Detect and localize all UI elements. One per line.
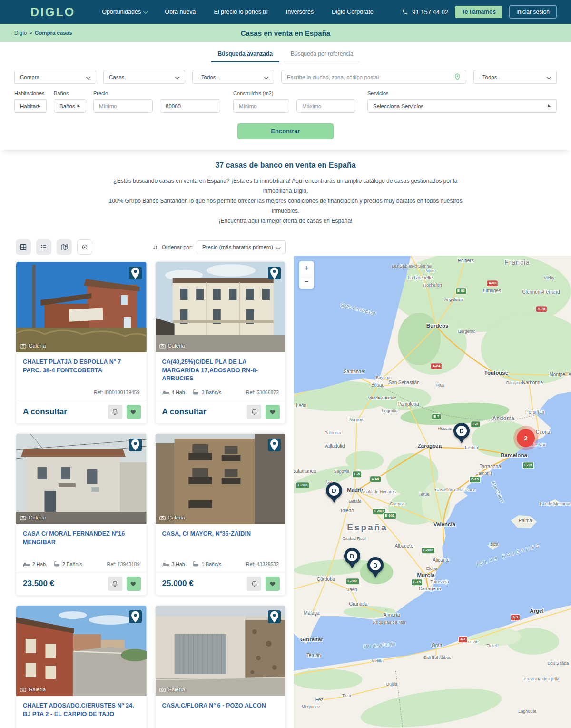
login-button[interactable]: Iniciar sesión [509, 5, 557, 19]
label-banos: Baños [54, 90, 86, 96]
property-card: Galería CHALET ADOSADO,C/ERUSTES Nº 24, … [16, 605, 147, 728]
diglo-logo[interactable]: DIGLO [30, 5, 75, 19]
favorite-button[interactable] [266, 405, 280, 419]
gallery-badge[interactable]: Galería [159, 687, 185, 692]
property-card: Galería CASA, C/ MAYOR, Nº35-ZAIDIN 3 Ha… [155, 433, 286, 596]
pin-letter: D [456, 426, 467, 436]
sort-select[interactable]: Precio (más baratos primero) [197, 240, 286, 254]
label-servicios: Servicios [367, 90, 557, 96]
zoom-out-button[interactable]: − [299, 275, 314, 289]
phone-number[interactable]: 91 157 44 02 [402, 9, 448, 16]
search-submit-button[interactable]: Encontrar [237, 123, 333, 139]
location-input[interactable] [287, 74, 454, 80]
show-on-map-button[interactable] [129, 267, 142, 279]
property-title[interactable]: CASA,C/FLORA Nº 6 - POZO ALCON [162, 702, 279, 710]
alert-button[interactable] [108, 405, 122, 419]
map-property-marker[interactable]: D [367, 557, 384, 573]
m2-min-input[interactable] [239, 103, 284, 109]
favorite-button[interactable] [127, 577, 141, 591]
nav-diglo-corporate[interactable]: Diglo Corporate [332, 9, 374, 15]
map-pin-icon [129, 439, 142, 451]
call-me-button[interactable]: Te llamamos [455, 6, 502, 18]
results-toolbar: Ordenar por: Precio (más baratos primero… [16, 239, 286, 255]
alert-button[interactable] [247, 405, 261, 419]
zone-select[interactable]: - Todos - [473, 70, 557, 84]
zoom-in-button[interactable]: + [299, 261, 314, 275]
grid-view-button[interactable] [16, 239, 31, 255]
show-on-map-button[interactable] [268, 267, 281, 279]
show-on-map-button[interactable] [268, 439, 281, 451]
bath-icon [192, 389, 199, 395]
property-photo[interactable]: Galería [16, 434, 147, 524]
results-map[interactable]: Golfo de VizcayaMar BalearISLAS BALEARES… [294, 256, 571, 728]
list-view-button[interactable] [36, 239, 51, 255]
property-photo[interactable]: Galería [156, 606, 286, 696]
pin-letter: D [370, 560, 381, 570]
map-view-button[interactable] [57, 239, 72, 255]
photo-casa-zaidin [156, 434, 286, 524]
map-property-marker[interactable]: D [453, 423, 470, 439]
property-card: Galería CA(40,25%)C/DEL PLA DE LA MARGAR… [155, 261, 286, 424]
alert-button[interactable] [108, 577, 122, 591]
map-property-marker[interactable]: D [326, 482, 342, 499]
list-icon [40, 243, 48, 251]
map-pin-icon [268, 610, 281, 623]
show-on-map-button[interactable] [129, 439, 142, 451]
locate-view-button[interactable] [77, 239, 92, 255]
property-title[interactable]: CASA, C/ MAYOR, Nº35-ZAIDIN [162, 530, 279, 539]
favorite-button[interactable] [127, 405, 141, 419]
gallery-badge[interactable]: Galería [20, 343, 46, 349]
property-type-select[interactable]: Casas [103, 70, 185, 84]
grid-icon [20, 243, 27, 251]
property-baths: 3 Baño/s [201, 389, 221, 395]
property-title[interactable]: CA(40,25%)C/DEL PLA DE LA MARGARIDA 17,A… [162, 358, 279, 383]
map-cluster-marker[interactable]: 2 [517, 429, 535, 447]
precio-max-input[interactable] [166, 103, 215, 109]
show-on-map-button[interactable] [268, 610, 281, 623]
nav-el-precio[interactable]: El precio lo pones tú [214, 9, 268, 15]
tab-busqueda-avanzada[interactable]: Búsqueda avanzada [211, 47, 279, 62]
gallery-badge[interactable]: Galería [20, 515, 46, 520]
location-input-wrap [281, 70, 466, 84]
property-title[interactable]: CHALET PLATJA D ESPOLLA Nº 7 PARC. 38-4 … [23, 358, 140, 375]
property-photo[interactable]: Galería [156, 434, 286, 524]
tab-busqueda-referencia[interactable]: Búsqueda por referencia [284, 47, 360, 62]
property-rooms: 3 Hab. [172, 561, 187, 567]
property-photo[interactable]: Galería [16, 262, 147, 352]
bell-icon [251, 580, 258, 588]
bed-icon [23, 561, 30, 567]
show-on-map-button[interactable] [129, 610, 142, 623]
heart-icon [130, 409, 137, 416]
property-ref: Ref: 53066872 [246, 389, 279, 395]
phone-icon [402, 9, 408, 15]
breadcrumb-home[interactable]: Diglo [14, 30, 27, 36]
map-pin-icon [268, 439, 281, 451]
property-photo[interactable]: Galería [16, 606, 147, 696]
precio-min-input[interactable] [99, 103, 147, 109]
habitaciones-select[interactable]: Habitac. [14, 99, 47, 113]
gallery-badge[interactable]: Galería [159, 515, 185, 520]
favorite-button[interactable] [266, 577, 280, 591]
target-icon [81, 243, 89, 251]
banos-select[interactable]: Baños [54, 99, 86, 113]
gallery-badge[interactable]: Galería [159, 343, 185, 349]
servicios-select[interactable]: Selecciona Servicios [367, 99, 557, 113]
property-title[interactable]: CASA C/ MORAL FERNANDEZ Nº16 MENGIBAR [23, 530, 140, 547]
map-zoom-control: + − [299, 261, 314, 289]
nav-oportunidades[interactable]: Oportunidades [102, 9, 147, 15]
map-property-marker[interactable]: D [344, 548, 360, 564]
gallery-badge[interactable]: Galería [20, 687, 46, 692]
nav-obra-nueva[interactable]: Obra nueva [165, 9, 196, 15]
property-title[interactable]: CHALET ADOSADO,C/ERUSTES Nº 24, BJ PTA 2… [23, 702, 140, 718]
heart-icon [130, 580, 137, 588]
property-photo[interactable]: Galería [156, 262, 286, 352]
nav-inversores[interactable]: Inversores [286, 9, 314, 15]
alert-button[interactable] [247, 577, 261, 591]
photo-chalet-espolla [16, 262, 147, 352]
chevron-down-icon [143, 9, 148, 14]
province-select[interactable]: - Todos - [192, 70, 274, 84]
operation-select[interactable]: Compra [14, 70, 96, 84]
camera-icon [159, 343, 166, 349]
results-heading: 37 casas de banco en venta en España [105, 161, 466, 170]
m2-max-input[interactable] [302, 103, 350, 109]
